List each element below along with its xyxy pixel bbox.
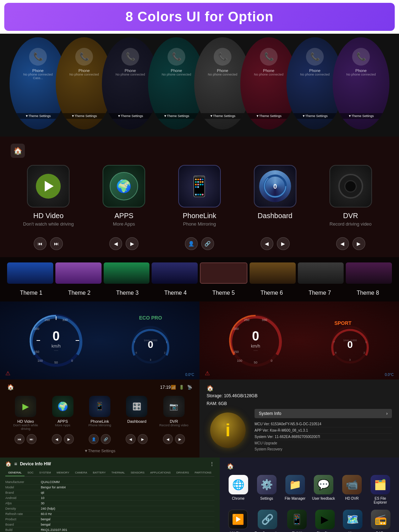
gauge-speedometer-right: km/h 200 250 330 50 100 0 150 0 km/h ---… [227, 312, 284, 369]
tab-system[interactable]: SYSTEM [37, 470, 54, 476]
gauge-container-eco: km/h 200 250 330 50 100 0 150 0 km/h ---… [0, 301, 200, 379]
grid-app-filemanager[interactable]: 📁 File Manager [284, 475, 307, 504]
device-val-build: RKQ1.210107.001 [41, 528, 67, 532]
app-desc-dvr: Record driving video [329, 221, 372, 227]
grid-app-feedback[interactable]: 💬 User feedback [312, 475, 335, 504]
car-ctrl-next[interactable]: ⏭ [27, 434, 37, 444]
car-app-dashboard[interactable]: 🎛️ Dashboard [121, 396, 153, 431]
home-button[interactable]: 🏠 [11, 144, 25, 158]
theme-swatch-1[interactable] [7, 262, 53, 284]
theme-swatch-2[interactable] [55, 262, 102, 284]
phone-controls: 👤 🔗 [185, 237, 214, 250]
grid-app-dab[interactable]: 📻 DAB+ [369, 510, 392, 532]
phone-ctrl-2[interactable]: 🔗 [201, 237, 214, 250]
app-item-apps[interactable]: 🌍 APPS More Apps [92, 165, 156, 227]
app-item-phonelink[interactable]: 📱 PhoneLink Phone Mirroring [168, 165, 231, 227]
sys-info-title-label: System Info [259, 411, 281, 416]
tab-soc[interactable]: SOC [24, 470, 36, 476]
car-ctrl-phone2[interactable]: 🔗 [101, 434, 111, 444]
device-val-board: bengal [41, 523, 50, 526]
grid-app-settings[interactable]: ⚙️ Settings [255, 475, 278, 504]
device-home-icon: 🏠 [5, 461, 11, 467]
dash-ctrl-2[interactable]: ▶ [277, 237, 290, 250]
sys-info-title-bar[interactable]: System Info › [255, 409, 392, 418]
grid-icon-maps: 🗺️ [343, 510, 362, 529]
app-item-dvr[interactable]: DVR Record driving video [319, 165, 383, 227]
tab-applications[interactable]: APPLICATIONS [147, 470, 174, 476]
gauge-speedometer-left: km/h 200 250 330 50 100 0 150 0 km/h ---… [28, 312, 84, 369]
grid-label-chrome: Chrome [232, 497, 245, 500]
car-ctrl-dvr1[interactable]: ◀ [163, 434, 173, 444]
car-ctrl-dvr2[interactable]: ▶ [175, 434, 185, 444]
dvr-ctrl-1[interactable]: ◀ [336, 237, 349, 250]
gauges-section: km/h 200 250 330 50 100 0 150 0 km/h ---… [0, 301, 399, 379]
gauge-panel-sport: km/h 200 250 330 50 100 0 150 0 km/h ---… [200, 301, 399, 379]
app-item-hdvideo[interactable]: HD Video Don't watch while driving [16, 165, 80, 227]
app-name-dashboard: Dashboard [258, 212, 293, 220]
car-app-hdvideo[interactable]: ▶ HD Video Don't watch while driving [10, 396, 42, 431]
apps-ctrl-1[interactable]: ◀ [109, 237, 122, 250]
gauge-speed-display-left: 0 km/h ---- [28, 312, 84, 369]
car-ctrl-dash1[interactable]: ◀ [126, 434, 136, 444]
theme-label-2: Theme 2 [55, 290, 104, 296]
grid-icon-mxplayer: ▶️ [228, 510, 248, 529]
tab-camera[interactable]: CAMERA [72, 470, 90, 476]
grid-app-esfile[interactable]: 🗂️ ES File Explorer [369, 475, 392, 504]
sys-info-chevron-icon: › [386, 411, 388, 416]
sys-mcu-upgrade[interactable]: MCU Upgrade [255, 440, 392, 446]
grid-app-hddvr[interactable]: 📹 HD DVR [340, 475, 364, 504]
car-ctrl-dash2[interactable]: ▶ [138, 434, 148, 444]
tab-memory[interactable]: MEMORY [54, 470, 72, 476]
theme-circles-section: 📞 Phone No phone connected Cass... ▼Them… [0, 34, 399, 137]
dash-ctrl-1[interactable]: ◀ [261, 237, 273, 250]
device-row-build: Build RKQ1.210107.001 [5, 527, 214, 532]
theme-selector [0, 257, 399, 289]
car-ctrl-prev[interactable]: ⏮ [15, 434, 24, 444]
grid-app-easyconn[interactable]: 🔗 EasyConnection [255, 510, 280, 532]
app-item-dashboard[interactable]: 0 Dashboard [243, 165, 307, 221]
grid-app-mxplayer[interactable]: ▶️ MX Player [227, 510, 250, 532]
car-app-phonelink[interactable]: 📱 PhoneLink Phone Mirroring [84, 396, 116, 431]
sys-info-box: System Info › MCU Ver: 6153A0eFY-N5.9-G-… [255, 409, 392, 452]
apps-ctrl-2[interactable]: ▶ [126, 237, 138, 250]
tab-thermal[interactable]: THERMAL [109, 470, 128, 476]
car-app-dvr[interactable]: 📷 DVR Record driving video [158, 396, 190, 431]
grid-app-playstore[interactable]: ▶ Play Store [313, 510, 336, 532]
car-app-apps[interactable]: 🌍 APPS More Apps [47, 396, 79, 431]
prev-btn[interactable]: ⏮ [34, 237, 47, 250]
dvr-ctrl-2[interactable]: ▶ [352, 237, 365, 250]
theme-swatch-5-active[interactable] [200, 262, 247, 284]
tab-partitions[interactable]: PARTITIONS [192, 470, 214, 476]
phone-ctrl-1[interactable]: 👤 [185, 237, 198, 250]
theme-settings-footer[interactable]: ▼Theme Settings [7, 447, 192, 453]
theme-swatch-3[interactable] [104, 262, 150, 284]
app-grid-home-bar: 🏠 [227, 463, 392, 470]
tab-general[interactable]: GENERAL [5, 470, 24, 476]
car-ctrl-phone1[interactable]: 👤 [89, 434, 99, 444]
tab-sensors[interactable]: SENSORS [128, 470, 147, 476]
svg-text:0: 0 [273, 183, 277, 190]
car-app-icon-phonelink: 📱 [89, 396, 110, 417]
tab-battery[interactable]: BATTERY [90, 470, 109, 476]
grid-icon-playstore: ▶ [315, 510, 335, 529]
grid-icon-zlink: 📱 [287, 510, 307, 529]
theme-swatch-7[interactable] [298, 262, 344, 284]
theme-swatch-4[interactable] [152, 262, 198, 284]
tab-drivers[interactable]: DRIVERS [174, 470, 192, 476]
car-ctrl-apps1[interactable]: ◀ [52, 434, 62, 444]
theme-swatch-6[interactable] [250, 262, 296, 284]
grid-app-maps[interactable]: 🗺️ Maps [341, 510, 364, 532]
theme-swatch-8[interactable] [346, 262, 392, 284]
theme-circle-8[interactable]: 📞 Phone No phone connected ▼Theme Settin… [333, 37, 389, 129]
grid-app-zlink[interactable]: 📱 ZLINK [286, 510, 308, 532]
grid-app-chrome[interactable]: 🌐 Chrome [227, 475, 250, 504]
app-grid-panel: 🏠 🌐 Chrome ⚙️ Settings 📁 File Manager 💬 … [220, 458, 399, 532]
grid-icon-easyconn: 🔗 [258, 510, 277, 529]
car-ctrl-apps2[interactable]: ▶ [64, 434, 74, 444]
theme-row-labels: Theme 1 Theme 2 Theme 3 Theme 4 Theme 5 … [0, 289, 399, 301]
car-app-desc-vid: Don't watch while driving [10, 423, 42, 431]
app-name-apps: APPS [115, 212, 133, 220]
device-key-board: Board [5, 523, 41, 526]
sys-recovery[interactable]: System Recovery [255, 446, 392, 452]
next-btn[interactable]: ⏭ [50, 237, 63, 250]
